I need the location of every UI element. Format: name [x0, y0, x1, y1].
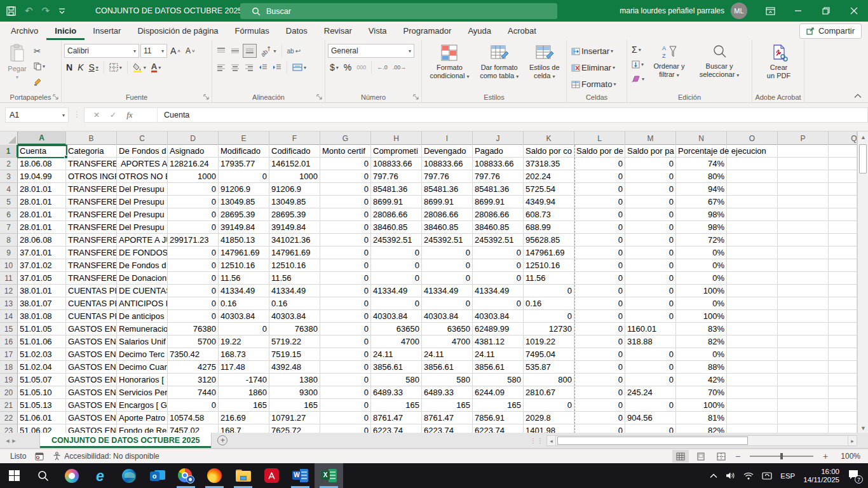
cell-N16[interactable]: 82% — [676, 336, 727, 348]
customize-quick-access-icon[interactable] — [58, 8, 65, 15]
cell-J2[interactable]: 108833.66 — [473, 158, 524, 170]
cell-Q7[interactable] — [829, 221, 857, 234]
cell-L16[interactable]: 0 — [574, 336, 625, 348]
cell-G19[interactable]: 0 — [320, 374, 371, 386]
cell-G23[interactable]: 0 — [320, 424, 371, 433]
create-pdf-button[interactable]: Crear un PDF — [755, 43, 803, 81]
cell-L12[interactable]: 0 — [574, 285, 625, 297]
row-header-2[interactable]: 2 — [0, 158, 18, 170]
increase-decimal-icon[interactable]: ←.0 — [375, 60, 390, 74]
cell-L7[interactable]: 0 — [574, 221, 625, 234]
insert-function-icon[interactable]: fx — [126, 110, 132, 120]
cell-E14[interactable]: 40303.84 — [219, 310, 269, 323]
share-button[interactable]: Compartir — [799, 24, 862, 39]
cell-Q2[interactable] — [829, 158, 857, 170]
cell-F21[interactable]: 165 — [269, 399, 320, 412]
cell-O23[interactable] — [727, 424, 778, 433]
cell-K15[interactable]: 12730 — [524, 323, 574, 336]
cell-I15[interactable]: 63650 — [422, 323, 473, 336]
new-sheet-button[interactable]: + — [212, 433, 233, 448]
cell-L21[interactable]: 0 — [574, 399, 625, 412]
cell-E8[interactable]: 41850.13 — [219, 234, 269, 247]
cell-H3[interactable]: 797.76 — [371, 170, 422, 183]
cell-C2[interactable]: APORTES A — [117, 158, 168, 170]
cell-G5[interactable]: 0 — [320, 196, 371, 208]
avatar[interactable]: ML — [731, 3, 747, 19]
cell-E3[interactable]: 0 — [219, 170, 269, 183]
row-header-6[interactable]: 6 — [0, 208, 18, 221]
outlook-button[interactable]: o — [143, 463, 172, 488]
cell-G20[interactable]: 0 — [320, 386, 371, 399]
cell-J19[interactable]: 580 — [473, 374, 524, 386]
cell-O18[interactable] — [727, 361, 778, 374]
cell-B3[interactable]: OTROS INGR — [66, 170, 117, 183]
cell-P19[interactable] — [778, 374, 829, 386]
select-all-button[interactable] — [0, 132, 18, 145]
cell-E5[interactable]: 13049.85 — [219, 196, 269, 208]
cell-D14[interactable]: 0 — [168, 310, 219, 323]
undo-icon[interactable]: ↶ — [25, 5, 33, 17]
cell-F14[interactable]: 40303.84 — [269, 310, 320, 323]
cell-C3[interactable]: OTROS NO ES — [117, 170, 168, 183]
cell-Q1[interactable] — [829, 145, 857, 158]
macro-record-icon[interactable] — [35, 452, 44, 461]
cell-G15[interactable]: 0 — [320, 323, 371, 336]
cell-I14[interactable]: 40303.84 — [422, 310, 473, 323]
scroll-right-icon[interactable]: ▸ — [848, 435, 857, 446]
tab-ayuda[interactable]: Ayuda — [459, 22, 499, 40]
cell-H22[interactable]: 8761.47 — [371, 412, 422, 424]
cell-D8[interactable]: 299171.23 — [168, 234, 219, 247]
cell-A20[interactable]: 51.05.10 — [18, 386, 66, 399]
cell-P5[interactable] — [778, 196, 829, 208]
minimize-button[interactable] — [784, 0, 812, 22]
formula-bar-splitter[interactable]: ⋮ — [73, 110, 81, 119]
cell-A18[interactable]: 51.02.04 — [18, 361, 66, 374]
row-header-14[interactable]: 14 — [0, 310, 18, 323]
cell-F23[interactable]: 7625.72 — [269, 424, 320, 433]
cell-F4[interactable]: 91206.9 — [269, 183, 320, 196]
vertical-scrollbar[interactable]: ▲ ▼ — [857, 132, 868, 433]
cell-N8[interactable]: 72% — [676, 234, 727, 247]
cell-P4[interactable] — [778, 183, 829, 196]
cell-N20[interactable]: 70% — [676, 386, 727, 399]
cell-D3[interactable]: 1000 — [168, 170, 219, 183]
cell-E2[interactable]: 17935.77 — [219, 158, 269, 170]
insert-cells-button[interactable]: Insertar▾ — [569, 43, 625, 59]
row-header-17[interactable]: 17 — [0, 348, 18, 361]
cell-J9[interactable]: 0 — [473, 247, 524, 259]
cell-L8[interactable]: 0 — [574, 234, 625, 247]
cell-L22[interactable]: 0 — [574, 412, 625, 424]
cell-B12[interactable]: CUENTAS PE — [66, 285, 117, 297]
row-header-18[interactable]: 18 — [0, 361, 18, 374]
cell-K9[interactable]: 147961.69 — [524, 247, 574, 259]
cell-I13[interactable]: 0 — [422, 297, 473, 310]
cell-K8[interactable]: 95628.85 — [524, 234, 574, 247]
cell-P8[interactable] — [778, 234, 829, 247]
cell-F16[interactable]: 5719.22 — [269, 336, 320, 348]
tab-inicio[interactable]: Inicio — [46, 22, 85, 40]
cell-L1[interactable]: Saldo por de — [574, 145, 625, 158]
cell-J4[interactable]: 85481.36 — [473, 183, 524, 196]
cell-N14[interactable]: 100% — [676, 310, 727, 323]
cell-D23[interactable]: 7457.02 — [168, 424, 219, 433]
col-header-D[interactable]: D — [168, 132, 219, 145]
cell-G11[interactable]: 0 — [320, 272, 371, 285]
cell-J11[interactable]: 0 — [473, 272, 524, 285]
col-header-H[interactable]: H — [371, 132, 422, 145]
cell-J1[interactable]: Pagado — [473, 145, 524, 158]
cell-E1[interactable]: Modificado — [219, 145, 269, 158]
cell-G10[interactable]: 0 — [320, 259, 371, 272]
tab-f-rmulas[interactable]: Fórmulas — [227, 22, 278, 40]
acrobat-button[interactable] — [257, 463, 286, 488]
cell-P14[interactable] — [778, 310, 829, 323]
cell-M22[interactable]: 904.56 — [625, 412, 676, 424]
find-select-button[interactable]: Buscar y seleccionar ▾ — [692, 43, 747, 92]
cell-J22[interactable]: 7856.91 — [473, 412, 524, 424]
cell-M5[interactable]: 0 — [625, 196, 676, 208]
cell-Q20[interactable] — [829, 386, 857, 399]
cell-F13[interactable]: 0.16 — [269, 297, 320, 310]
cell-D16[interactable]: 5700 — [168, 336, 219, 348]
cell-L19[interactable]: 0 — [574, 374, 625, 386]
cell-J15[interactable]: 62489.99 — [473, 323, 524, 336]
cell-H18[interactable]: 3856.61 — [371, 361, 422, 374]
